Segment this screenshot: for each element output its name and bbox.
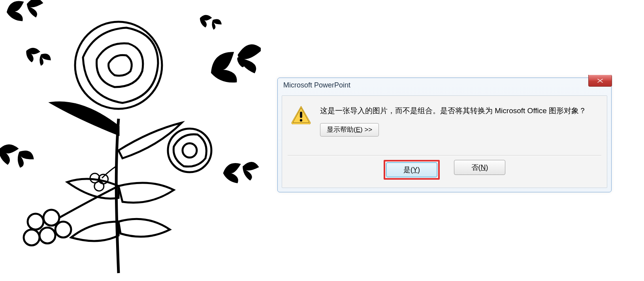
dialog-titlebar: Microsoft PowerPoint [278, 78, 611, 94]
svg-point-13 [300, 119, 302, 122]
svg-rect-12 [300, 112, 302, 118]
warning-icon [291, 105, 311, 124]
yes-button-highlight: 是(Y) [384, 160, 440, 180]
decorative-artwork [0, 0, 261, 281]
svg-point-7 [40, 228, 55, 243]
dialog-button-row: 是(Y) 否(N) [282, 160, 607, 180]
svg-point-11 [94, 181, 104, 191]
svg-point-4 [28, 214, 43, 230]
flower-butterfly-illustration [0, 0, 261, 281]
separator [288, 155, 601, 156]
dialog-content: 这是一张导入的图片，而不是组合。是否将其转换为 Microsoft Office… [282, 95, 607, 188]
svg-point-5 [43, 210, 59, 226]
svg-point-1 [75, 22, 162, 109]
show-help-button[interactable]: 显示帮助(E) >> [320, 123, 379, 137]
svg-point-8 [24, 230, 40, 245]
yes-button[interactable]: 是(Y) [386, 162, 437, 177]
close-icon [597, 78, 603, 83]
dialog-message: 这是一张导入的图片，而不是组合。是否将其转换为 Microsoft Office… [320, 105, 598, 117]
confirm-dialog: Microsoft PowerPoint 这是一张导入的图片，而不是组合。是否将… [277, 78, 612, 192]
svg-point-3 [183, 143, 197, 158]
close-button[interactable] [588, 75, 612, 87]
dialog-title: Microsoft PowerPoint [283, 81, 350, 89]
no-button[interactable]: 否(N) [454, 160, 505, 175]
svg-point-6 [55, 222, 71, 237]
